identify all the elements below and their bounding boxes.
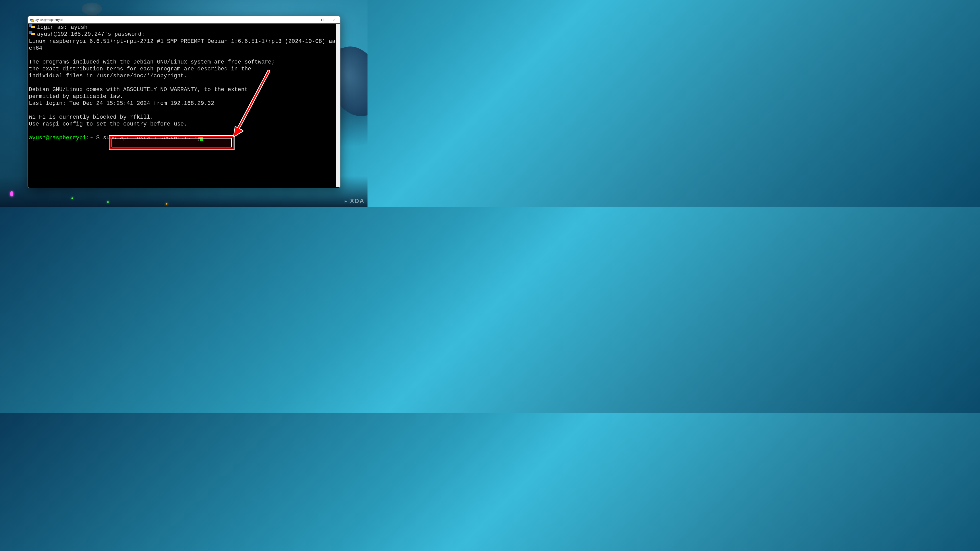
prompt-dollar: $ bbox=[93, 135, 103, 141]
terminal-cursor bbox=[200, 135, 204, 141]
terminal-line: individual files in /usr/share/doc/*/cop… bbox=[29, 73, 339, 79]
window-title: ayush@raspberrypi: ~ bbox=[35, 18, 305, 22]
terminal-line: Wi-Fi is currently blocked by rfkill. bbox=[29, 114, 339, 121]
terminal-blank-line bbox=[29, 127, 339, 135]
terminal-line: Debian GNU/Linux comes with ABSOLUTELY N… bbox=[29, 86, 339, 93]
terminal-area[interactable]: login as: ayush ayush@192.168.29.247's p… bbox=[28, 24, 340, 188]
terminal-prompt-line: ayush@raspberrypi:~ $ sudo apt install d… bbox=[29, 135, 339, 141]
svg-rect-4 bbox=[321, 19, 324, 21]
terminal-line: The programs included with the Debian GN… bbox=[29, 59, 339, 65]
login-as-label: login as: bbox=[37, 24, 71, 30]
window-titlebar[interactable]: ayush@raspberrypi: ~ bbox=[28, 16, 340, 24]
xda-watermark: ▸ XDA bbox=[343, 197, 364, 205]
wallpaper-glow-dot bbox=[72, 197, 73, 199]
maximize-button[interactable] bbox=[317, 16, 328, 23]
terminal-blank-line bbox=[29, 107, 339, 114]
terminal-line: login as: ayush bbox=[29, 24, 339, 31]
svg-rect-10 bbox=[32, 33, 35, 35]
wallpaper-glow-dot bbox=[107, 201, 109, 203]
wallpaper-glow-dot bbox=[166, 203, 167, 205]
window-controls bbox=[305, 16, 340, 23]
terminal-blank-line bbox=[29, 79, 339, 86]
wallpaper-rock-small bbox=[82, 3, 102, 15]
prompt-path: ~ bbox=[89, 135, 93, 141]
login-username: ayush bbox=[71, 24, 88, 30]
terminal-small-icon bbox=[29, 24, 37, 31]
scrollbar[interactable] bbox=[336, 24, 340, 187]
password-prompt: ayush@192.168.29.247's password: bbox=[37, 32, 145, 38]
terminal-line: Use raspi-config to set the country befo… bbox=[29, 121, 339, 127]
command-input[interactable]: sudo apt install docker.io -y bbox=[103, 135, 200, 141]
terminal-small-icon bbox=[29, 31, 37, 38]
svg-rect-2 bbox=[32, 20, 32, 21]
terminal-line: Linux raspberrypi 6.6.51+rpt-rpi-2712 #1… bbox=[29, 38, 339, 52]
terminal-line: permitted by applicable law. bbox=[29, 93, 339, 100]
putty-window: ayush@raspberrypi: ~ login as: ayush ayu… bbox=[27, 16, 340, 188]
prompt-user-host: ayush@raspberrypi bbox=[29, 135, 86, 141]
putty-icon bbox=[30, 18, 34, 22]
svg-rect-8 bbox=[32, 26, 35, 28]
terminal-line: ayush@192.168.29.247's password: bbox=[29, 31, 339, 38]
terminal-line: Last login: Tue Dec 24 15:25:41 2024 fro… bbox=[29, 100, 339, 107]
watermark-text: XDA bbox=[350, 197, 364, 205]
prompt-colon: : bbox=[86, 135, 89, 141]
minimize-button[interactable] bbox=[305, 16, 317, 23]
close-button[interactable] bbox=[328, 16, 340, 23]
wallpaper-glow-dot bbox=[10, 191, 13, 197]
terminal-blank-line bbox=[29, 52, 339, 59]
terminal-line: the exact distribution terms for each pr… bbox=[29, 65, 339, 73]
watermark-logo-box: ▸ bbox=[343, 198, 349, 204]
